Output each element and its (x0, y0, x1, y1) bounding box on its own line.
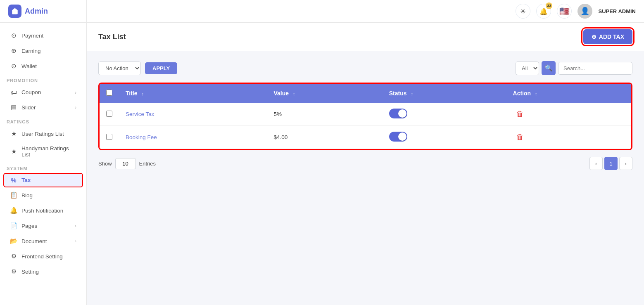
sidebar-item-label: Pages (21, 223, 71, 229)
action-select[interactable]: No Action Delete (98, 61, 141, 75)
row-checkbox-cell (100, 103, 119, 126)
percent-icon: % (10, 177, 17, 184)
th-title[interactable]: Title ↕ (119, 84, 267, 103)
sidebar-item-label: Slider (21, 104, 71, 111)
th-action[interactable]: Action ↕ (506, 84, 631, 103)
language-selector[interactable]: 🇺🇸 (557, 4, 572, 19)
page-area: Tax List ⊕ ADD TAX No Action Delete APPL… (87, 23, 644, 305)
topbar: ☀ 🔔 33 🇺🇸 👤 SUPER ADMIN (87, 0, 644, 23)
chevron-right-icon: › (75, 239, 76, 244)
chevron-right-icon: › (75, 223, 76, 228)
app-name: Admin (25, 7, 48, 16)
notification-badge: 33 (546, 2, 552, 9)
row-title-cell[interactable]: Booking Fee (119, 126, 267, 149)
section-label-system: SYSTEM (0, 162, 86, 173)
data-table-container: Title ↕ Value ↕ Status ↕ (98, 83, 632, 150)
table-row: Service Tax 5% 🗑 (100, 103, 631, 126)
gear-icon: ⚙ (10, 268, 17, 275)
col-status-label: Status (389, 90, 407, 97)
sidebar-item-label: Document (21, 238, 71, 244)
sidebar-item-slider[interactable]: ▤ Slider › (3, 100, 83, 115)
entries-input[interactable]: 10 (115, 158, 136, 169)
th-checkbox (100, 84, 119, 103)
sidebar-item-document[interactable]: 📂 Document › (3, 234, 83, 248)
bell-icon: 🔔 (10, 207, 17, 214)
page-1-button[interactable]: 1 (604, 157, 618, 170)
add-tax-label: ADD TAX (599, 33, 624, 40)
sidebar-item-earning[interactable]: ⊕ Earning (3, 43, 83, 58)
delete-button[interactable]: 🗑 (513, 108, 527, 120)
settings-icon: ⚙ (10, 253, 17, 260)
table-row: Booking Fee $4.00 🗑 (100, 126, 631, 149)
sidebar-item-blog[interactable]: 📋 Blog (3, 188, 83, 203)
sidebar-item-setting[interactable]: ⚙ Setting (3, 264, 83, 279)
flag-icon: 🇺🇸 (559, 6, 570, 16)
sort-icon: ↕ (293, 91, 295, 96)
sidebar-item-push-notification[interactable]: 🔔 Push Notification (3, 203, 83, 218)
sidebar-item-label: Wallet (21, 63, 76, 69)
main-content: ☀ 🔔 33 🇺🇸 👤 SUPER ADMIN Tax List ⊕ ADD T (87, 0, 644, 305)
status-toggle[interactable] (389, 132, 407, 142)
sidebar-item-label: Tax (21, 177, 76, 183)
sidebar-nav: ⊙ Payment ⊕ Earning ⊙ Wallet PROMOTION 🏷… (0, 23, 86, 281)
add-tax-button[interactable]: ⊕ ADD TAX (583, 29, 632, 44)
section-label-ratings: RATINGS (0, 115, 86, 126)
chevron-right-icon: › (75, 90, 76, 95)
sidebar-item-payment[interactable]: ⊙ Payment (3, 28, 83, 43)
col-value-label: Value (273, 90, 289, 97)
row-action-cell: 🗑 (506, 126, 631, 149)
col-title-label: Title (126, 90, 138, 97)
prev-page-button[interactable]: ‹ (589, 157, 603, 170)
pagination-controls: ‹ 1 › (589, 157, 632, 170)
select-all-checkbox[interactable] (106, 90, 112, 96)
search-button[interactable]: 🔍 (542, 61, 556, 75)
row-checkbox[interactable] (106, 134, 112, 140)
apply-button[interactable]: APPLY (145, 62, 177, 74)
theme-toggle-button[interactable]: ☀ (516, 4, 530, 19)
coupon-icon: 🏷 (10, 89, 17, 96)
star-icon: ★ (10, 148, 17, 155)
row-title-cell[interactable]: Service Tax (119, 103, 267, 126)
search-area: All 🔍 (516, 61, 632, 75)
sort-icon: ↕ (535, 91, 537, 96)
blog-icon: 📋 (10, 192, 17, 199)
user-avatar[interactable]: 👤 (577, 4, 592, 19)
delete-button[interactable]: 🗑 (513, 131, 527, 143)
next-page-button[interactable]: › (619, 157, 632, 170)
sidebar-item-user-ratings[interactable]: ★ User Ratings List (3, 126, 83, 141)
payment-icon: ⊙ (10, 32, 17, 39)
plus-icon: ⊕ (592, 33, 596, 40)
table-header-row: Title ↕ Value ↕ Status ↕ (100, 84, 631, 103)
sidebar-item-pages[interactable]: 📄 Pages › (3, 218, 83, 233)
app-logo: Admin (8, 5, 48, 18)
sidebar: Admin ⊙ Payment ⊕ Earning ⊙ Wallet PROMO… (0, 0, 87, 305)
table-controls: No Action Delete APPLY All 🔍 (98, 61, 632, 75)
row-checkbox-cell (100, 126, 119, 149)
sidebar-item-tax[interactable]: % Tax (3, 173, 83, 187)
sidebar-item-label: Push Notification (21, 208, 76, 214)
sidebar-item-label: Coupon (21, 89, 71, 95)
search-input[interactable] (558, 62, 632, 75)
sort-icon: ↕ (411, 91, 413, 96)
status-toggle[interactable] (389, 109, 407, 118)
row-checkbox[interactable] (106, 111, 112, 117)
show-label: Show (98, 161, 112, 167)
pages-icon: 📄 (10, 222, 17, 229)
table-body: Service Tax 5% 🗑 Booking Fee $4.00 🗑 (100, 103, 631, 149)
earning-icon: ⊕ (10, 47, 17, 54)
admin-label: SUPER ADMIN (598, 8, 636, 14)
th-value[interactable]: Value ↕ (267, 84, 382, 103)
sidebar-item-frontend-setting[interactable]: ⚙ Frontend Setting (3, 249, 83, 264)
sidebar-item-label: Handyman Ratings List (21, 145, 76, 158)
th-status[interactable]: Status ↕ (383, 84, 506, 103)
row-action-cell: 🗑 (506, 103, 631, 126)
pagination-area: Show 10 Entries ‹ 1 › (98, 150, 632, 170)
sidebar-item-coupon[interactable]: 🏷 Coupon › (3, 85, 83, 99)
tax-table: Title ↕ Value ↕ Status ↕ (100, 84, 631, 149)
filter-select[interactable]: All (516, 61, 539, 75)
notifications-button[interactable]: 🔔 33 (536, 4, 551, 19)
sidebar-item-handyman-ratings[interactable]: ★ Handyman Ratings List (3, 142, 83, 161)
entries-label: Entries (139, 161, 156, 167)
sidebar-item-wallet[interactable]: ⊙ Wallet (3, 59, 83, 73)
col-action-label: Action (513, 90, 531, 97)
